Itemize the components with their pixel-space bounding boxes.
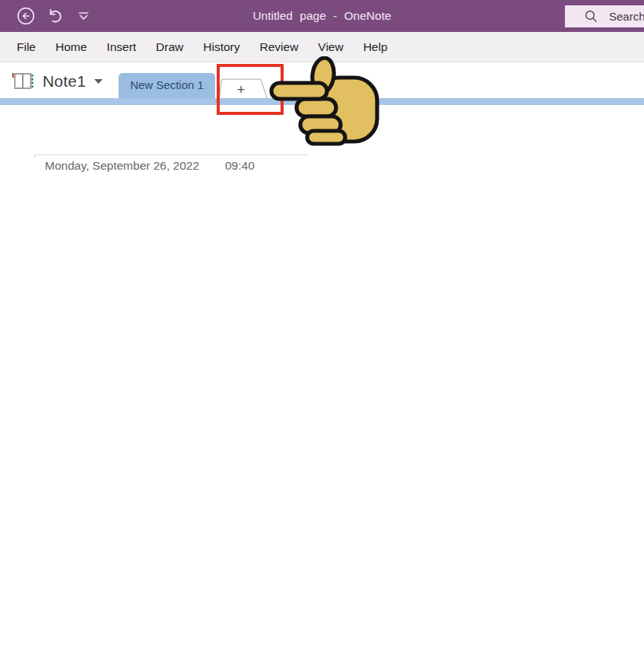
page-title-divider: [34, 154, 307, 155]
menu-item-insert[interactable]: Insert: [97, 32, 146, 62]
undo-button[interactable]: [44, 6, 65, 27]
page-time: 09:40: [225, 159, 255, 173]
section-tab-strip: Note1 New Section 1 +: [0, 63, 644, 98]
page-timestamp: Monday, September 26, 2022 09:40: [0, 159, 319, 174]
navigation-bar: [0, 98, 644, 105]
chevron-down-icon: [94, 78, 103, 84]
page-canvas[interactable]: Monday, September 26, 2022 09:40: [0, 105, 644, 649]
page-title-divider-tick: [34, 154, 35, 158]
open-notebook-icon: [12, 70, 33, 93]
menu-item-view[interactable]: View: [308, 32, 353, 62]
menu-item-file[interactable]: File: [7, 32, 46, 62]
titlebar: Untitled page - OneNote: [0, 0, 644, 32]
onenote-window: Untitled page - OneNote File Home Insert…: [0, 0, 644, 649]
menu-item-help[interactable]: Help: [354, 32, 398, 62]
window-title: Untitled page - OneNote: [252, 0, 391, 32]
section-tab-new-section-1[interactable]: New Section 1: [119, 73, 215, 98]
search-input[interactable]: [609, 10, 644, 23]
menu-item-review[interactable]: Review: [250, 32, 309, 62]
undo-icon: [45, 6, 65, 26]
quick-access-toolbar: [15, 0, 94, 32]
notebook-selector[interactable]: Note1: [12, 69, 103, 94]
plus-icon: +: [237, 82, 246, 97]
menubar: File Home Insert Draw History Review Vie…: [0, 32, 644, 62]
quick-access-toolbar-chevron-icon: [78, 11, 90, 21]
customize-toolbar-button[interactable]: [73, 6, 94, 27]
back-button[interactable]: [15, 6, 36, 27]
menu-item-history[interactable]: History: [193, 32, 249, 62]
menu-item-home[interactable]: Home: [46, 32, 97, 62]
notebook-name: Note1: [43, 72, 86, 91]
menu-item-draw[interactable]: Draw: [146, 32, 193, 62]
page-date: Monday, September 26, 2022: [45, 159, 199, 173]
search-icon: [584, 9, 598, 24]
back-icon: [16, 6, 36, 26]
search-box[interactable]: [565, 5, 644, 27]
